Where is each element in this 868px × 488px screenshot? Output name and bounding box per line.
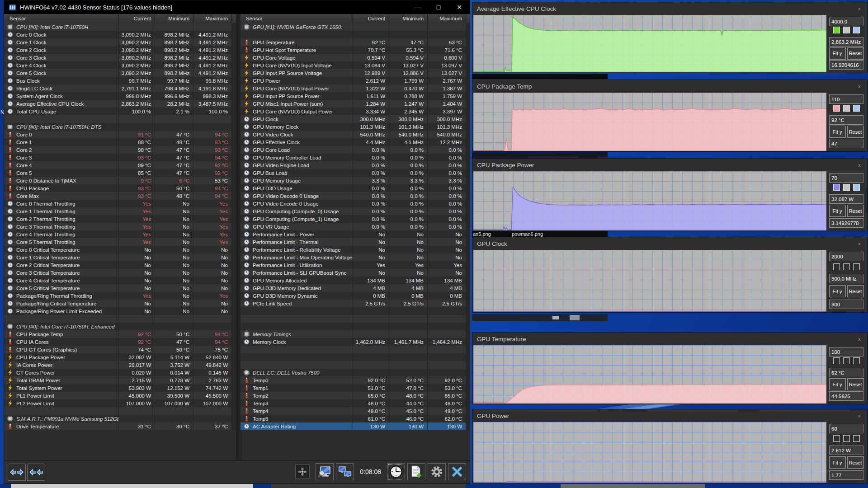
taskbar-window-segment[interactable] [271, 484, 466, 488]
scrollbar-track[interactable] [466, 123, 470, 131]
sensor-row[interactable]: GPU Video Decode 0 Usage0.0 %0.0 %0.0 % [241, 192, 470, 200]
scrollbar-track[interactable] [466, 361, 470, 369]
scrollbar-track[interactable] [466, 261, 470, 269]
sensor-row[interactable]: GPU Clock300.0 MHz300.0 MHz300.0 MHz [241, 115, 470, 123]
scrollbar-track[interactable] [232, 69, 236, 77]
scrollbar-track[interactable] [232, 353, 236, 361]
scrollbar-track[interactable] [466, 277, 470, 284]
scrollbar-track[interactable] [232, 207, 236, 215]
scrollbar-track[interactable] [466, 230, 470, 238]
fit-y-button[interactable]: Fit y [829, 205, 846, 217]
sensor-row[interactable]: GPU Bus Load0.0 %0.0 %0.0 % [241, 169, 470, 177]
column-header-minimum[interactable]: Minimum [155, 14, 193, 23]
scrollbar-track[interactable] [466, 115, 470, 123]
scrollbar-track[interactable] [466, 184, 470, 192]
sensor-row[interactable]: Core 091 °C47 °C94 °C [4, 131, 236, 138]
fan-button[interactable] [295, 465, 310, 479]
sensor-row[interactable] [4, 115, 236, 123]
sensor-row[interactable]: Core 1 Critical TemperatureNoNoNo [4, 253, 236, 261]
section-header-row[interactable]: CPU [#0]: Intel Core i7-10750H: Enhanced [4, 323, 236, 330]
sensor-row[interactable]: GPU Hot Spot Temperature70.7 °C55.3 °C71… [241, 46, 470, 54]
scrollbar-track[interactable] [466, 392, 470, 399]
legend-swatch[interactable] [853, 184, 860, 191]
legend-swatch[interactable] [853, 357, 860, 364]
taskbar-window-segment[interactable] [561, 484, 705, 488]
column-header-maximum[interactable]: Maximum [193, 14, 232, 23]
expand-columns-button[interactable] [8, 464, 26, 481]
scrollbar-track[interactable] [232, 84, 236, 92]
sensor-row[interactable]: GPU Core (NVVDD) Output Power3.334 W2.34… [241, 108, 470, 115]
scrollbar-track[interactable] [466, 23, 470, 31]
scrollbar-track[interactable] [466, 300, 470, 307]
scrollbar-track[interactable] [466, 100, 470, 108]
exit-button[interactable] [448, 463, 466, 480]
scrollbar-track[interactable] [466, 77, 470, 84]
scrollbar-track[interactable] [466, 415, 470, 422]
sensor-row[interactable] [241, 353, 470, 361]
sensor-row[interactable]: Core 188 °C48 °C93 °C [4, 138, 236, 146]
scrollbar-track[interactable] [232, 223, 236, 230]
scrollbar-track[interactable] [232, 123, 236, 131]
scrollbar-track[interactable] [466, 215, 470, 223]
graph-close-icon[interactable]: x [856, 413, 863, 418]
scrollbar-track[interactable] [232, 23, 236, 31]
scrollbar-track[interactable] [466, 422, 470, 430]
sensor-row[interactable]: GPU Input PP Source Power1.611 W0.788 W1… [241, 92, 470, 100]
reset-button[interactable]: Reset [847, 205, 864, 217]
y-min-input[interactable]: 16.9204616 [829, 60, 863, 70]
sensor-row[interactable]: GPU Computing (Compute_1) Usage0.0 %0.0 … [241, 215, 470, 223]
scrollbar-track[interactable] [232, 407, 236, 415]
sensor-row[interactable]: CPU GT Cores (Graphics)74 °C50 °C75 °C [4, 346, 236, 353]
scrollbar-track[interactable] [232, 108, 236, 115]
sensor-row[interactable]: Temp348.0 °C44.0 °C48.0 °C [241, 399, 470, 407]
sensor-row[interactable]: Total CPU Usage100.0 %2.1 %100.0 % [4, 108, 236, 115]
sensor-row[interactable]: Core 2 Clock3,090.2 MHz898.2 MHz4,491.2 … [4, 46, 236, 54]
scrollbar-track[interactable] [466, 307, 470, 315]
sensor-row[interactable]: GPU Input PP Source Voltage12.989 V12.88… [241, 69, 470, 77]
minimize-button[interactable]: — [407, 0, 428, 14]
sensor-row[interactable]: CPU Package93 °C50 °C94 °C [4, 184, 236, 192]
scrollbar-track[interactable] [466, 131, 470, 138]
scrollbar-track[interactable] [466, 246, 470, 253]
scrollbar-track[interactable] [466, 38, 470, 46]
scrollbar-track[interactable] [232, 253, 236, 261]
sensor-row[interactable]: GPU D3D Memory Dynamic0 MB0 MB0 MB [241, 292, 470, 300]
graph-plot-area[interactable] [473, 15, 826, 71]
scrollbar-track[interactable] [466, 200, 470, 207]
sensor-row[interactable]: Package/Ring Critical TemperatureNoNoNo [4, 300, 236, 307]
scrollbar-track[interactable] [466, 407, 470, 415]
scrollbar-track[interactable] [466, 315, 470, 323]
sensor-row[interactable]: Temp449.0 °C45.0 °C49.0 °C [241, 407, 470, 415]
sensor-row[interactable]: GPU Memory Usage3.3 %3.3 %3.3 % [241, 177, 470, 184]
clock-graph-button[interactable] [387, 463, 405, 480]
sensor-row[interactable]: CPU Package Temp92 °C50 °C94 °C [4, 330, 236, 338]
sensor-row[interactable]: GPU Effective Clock4.4 MHz4.1 MHz12.2 MH… [241, 138, 470, 146]
legend-swatch[interactable] [853, 27, 860, 33]
graph-close-icon[interactable]: x [856, 241, 863, 246]
scrollbar-track[interactable] [466, 269, 470, 277]
legend-swatch[interactable] [833, 435, 840, 442]
scrollbar-track[interactable] [466, 223, 470, 230]
sensor-row[interactable] [241, 361, 470, 369]
scrollbar-track[interactable] [232, 422, 236, 430]
sensor-row[interactable]: Total DRAM Power2.715 W0.778 W2.763 W [4, 376, 236, 384]
sensor-row[interactable]: Core 0 Clock3,090.2 MHz898.2 MHz4,491.2 … [4, 31, 236, 38]
graph-title-bar[interactable]: GPU Temperaturex [472, 333, 867, 345]
sensor-row[interactable] [241, 31, 470, 38]
scrollbar-track[interactable] [232, 292, 236, 300]
scrollbar-track[interactable] [466, 84, 470, 92]
scrollbar-track[interactable] [232, 38, 236, 46]
scrollbar-track[interactable] [466, 292, 470, 300]
sensor-row[interactable]: Core 4 Critical TemperatureNoNoNo [4, 277, 236, 284]
graph-title-bar[interactable]: CPU Package Tempx [472, 80, 867, 93]
y-max-input[interactable]: 60 [829, 424, 863, 433]
reset-button[interactable]: Reset [847, 126, 864, 138]
graph-close-icon[interactable]: x [856, 162, 863, 168]
scrollbar-track[interactable] [232, 184, 236, 192]
sensor-row[interactable]: Core 585 °C47 °C92 °C [4, 169, 236, 177]
column-header-sensor[interactable]: Sensor [4, 14, 119, 23]
scrollbar-track[interactable] [466, 346, 470, 353]
scrollbar-track[interactable] [466, 146, 470, 154]
scrollbar-track[interactable] [466, 238, 470, 246]
sensor-row[interactable]: IA Cores Power29.017 W3.752 W49.842 W [4, 361, 236, 369]
